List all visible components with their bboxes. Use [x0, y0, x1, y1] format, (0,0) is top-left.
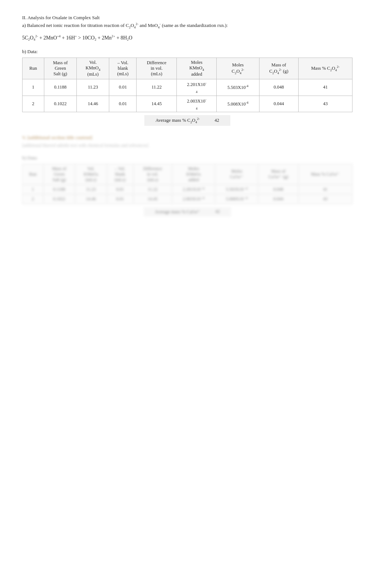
cell-run-1: 1 [23, 79, 44, 96]
cell-diff-vol-2: 14.45 [137, 96, 177, 112]
cell-vol-blank-2: 0.01 [109, 96, 137, 112]
average-row-container: Average mass % C2O42- 42 [22, 115, 353, 126]
cell-mass-green-1: 0.1188 [44, 79, 76, 96]
blurred-title: V. [additional section title content] [22, 135, 370, 141]
blurred-table: Run Mass ofGreenSalt (g) Vol.KMnO₄(mLs) … [22, 164, 353, 204]
blurred-col-6: MolesC₂O₄²⁻ [215, 164, 258, 184]
cell-mass-c2o4-2: 0.044 [259, 96, 298, 112]
average-box: Average mass % C2O42- 42 [144, 115, 230, 126]
cell-mass-pct-2: 43 [298, 96, 352, 112]
blurred-col-3: – Vol.blank(mLs) [107, 164, 134, 184]
cell-mass-green-2: 0.1022 [44, 96, 76, 112]
blurred-section: V. [additional section title content] [a… [22, 135, 370, 217]
table-row: 2 0.1022 14.46 0.01 14.45 2.003X10-4 5.0… [23, 96, 353, 112]
col-moles-c2o4: MolesC2O42- [217, 58, 259, 79]
cell-vol-blank-1: 0.01 [109, 79, 137, 96]
cell-vol-kmno4-2: 14.46 [77, 96, 109, 112]
blurred-data-label: b) Data: [22, 155, 370, 161]
data-table: Run Mass ofGreenSalt (g) Vol.KMnO4(mLs) … [22, 58, 353, 112]
col-mass-green: Mass ofGreenSalt (g) [44, 58, 76, 79]
blurred-average-label: Average mass % C₂O₄²⁻ [155, 209, 200, 215]
average-label: Average mass % C2O42- [155, 117, 200, 124]
section-title: II. Analysis for Oxalate in Complex Salt [22, 15, 370, 21]
cell-vol-kmno4-1: 11.23 [77, 79, 109, 96]
section-subtitle: a) Balanced net ionic reaction for titra… [22, 22, 370, 29]
col-vol-blank: – Vol.blank(mLs) [109, 58, 137, 79]
cell-moles-kmno4-1: 2.201X10-4 [177, 79, 217, 96]
blurred-col-8: Mass % C₂O₄²⁻ [298, 164, 352, 184]
blurred-col-5: MolesKMnO₄added [172, 164, 215, 184]
col-vol-kmno4: Vol.KMnO4(mLs) [77, 58, 109, 79]
blurred-average-value: 42 [215, 209, 220, 214]
cell-mass-pct-1: 41 [298, 79, 352, 96]
blurred-col-2: Vol.KMnO₄(mLs) [75, 164, 107, 184]
blurred-subtitle: [additional blurred subtitle text with c… [22, 143, 370, 148]
blurred-col-1: Mass ofGreenSalt (g) [44, 164, 75, 184]
col-diff-vol: Differencein vol.(mLs) [137, 58, 177, 79]
blurred-row-1: 10.118811.230.0111.222.201X10⁻⁴5.503X10⁻… [23, 184, 353, 194]
average-value: 42 [214, 118, 219, 123]
blurred-average-container: Average mass % C₂O₄²⁻ 42 [22, 207, 353, 217]
cell-moles-kmno4-2: 2.003X10-4 [177, 96, 217, 112]
cell-moles-c2o4-2: 5.008X10-4 [217, 96, 259, 112]
cell-run-2: 2 [23, 96, 44, 112]
blurred-row-2: 20.102214.460.0114.452.003X10⁻⁴5.008X10⁻… [23, 194, 353, 204]
cell-mass-c2o4-1: 0.048 [259, 79, 298, 96]
cell-diff-vol-1: 11.22 [137, 79, 177, 96]
blurred-average-box: Average mass % C₂O₄²⁻ 42 [144, 207, 231, 217]
col-run: Run [23, 58, 44, 79]
col-mass-c2o4: Mass ofC2O42- (g) [259, 58, 298, 79]
col-mass-pct: Mass % C2O42- [298, 58, 352, 79]
blurred-col-4: Differencein vol.(mLs) [133, 164, 172, 184]
table-row: 1 0.1188 11.23 0.01 11.22 2.201X10-4 5.5… [23, 79, 353, 96]
col-moles-kmno4: MolesKMnO4added [177, 58, 217, 79]
blurred-col-7: Mass ofC₂O₄²⁻ (g) [258, 164, 298, 184]
equation: 5C2O42- + 2MnO+4 + 16H+ > 10CO2 + 2Mn2+ … [22, 34, 370, 41]
data-label: b) Data: [22, 49, 370, 55]
cell-moles-c2o4-1: 5.503X10-4 [217, 79, 259, 96]
blurred-col-run: Run [23, 164, 44, 184]
